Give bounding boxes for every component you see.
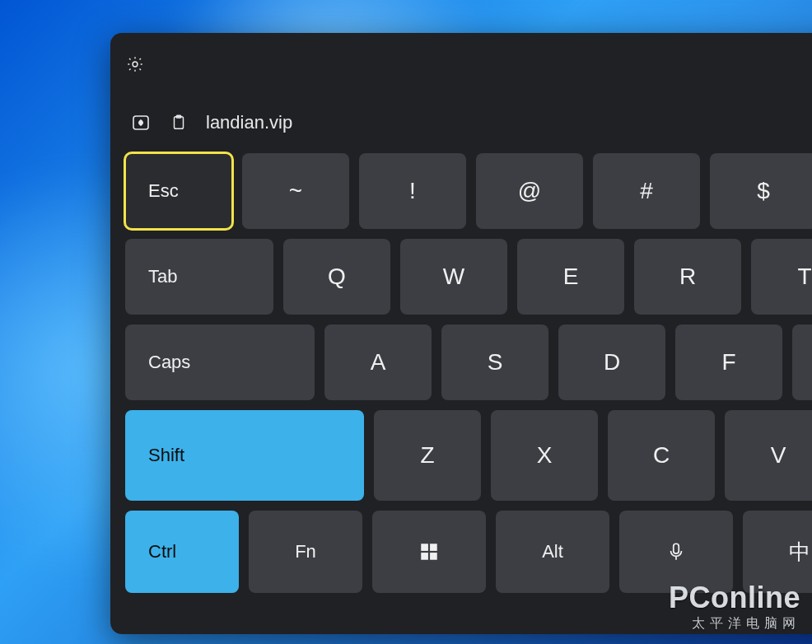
- keyboard-topbar: [125, 48, 812, 81]
- touch-keyboard-window: landian.vip Esc ~ ! @ # $ % Tab Q W E R …: [110, 33, 812, 634]
- key-row-3: Caps A S D F G: [125, 324, 812, 400]
- windows-icon: [418, 541, 440, 562]
- suggestion-url[interactable]: landian.vip: [206, 112, 292, 133]
- key-t[interactable]: T: [751, 239, 812, 315]
- key-esc[interactable]: Esc: [125, 153, 232, 229]
- svg-rect-4: [421, 544, 428, 551]
- key-r[interactable]: R: [634, 239, 741, 315]
- key-alt[interactable]: Alt: [496, 511, 609, 593]
- key-f[interactable]: F: [675, 324, 782, 400]
- key-ctrl[interactable]: Ctrl: [125, 511, 239, 593]
- key-z[interactable]: Z: [374, 410, 481, 501]
- svg-rect-2: [175, 117, 184, 129]
- key-row-5: Ctrl Fn Alt: [125, 511, 812, 593]
- key-tab[interactable]: Tab: [125, 239, 273, 315]
- key-hash[interactable]: #: [593, 153, 700, 229]
- key-s[interactable]: S: [441, 324, 548, 400]
- key-a[interactable]: A: [324, 324, 432, 400]
- key-c[interactable]: C: [608, 410, 715, 501]
- key-caps[interactable]: Caps: [125, 324, 315, 400]
- svg-point-0: [133, 62, 138, 67]
- key-shift[interactable]: Shift: [125, 410, 364, 501]
- key-g[interactable]: G: [792, 324, 812, 400]
- key-fn[interactable]: Fn: [249, 511, 362, 593]
- key-q[interactable]: Q: [283, 239, 390, 315]
- key-w[interactable]: W: [400, 239, 507, 315]
- key-row-4: Shift Z X C V: [125, 410, 812, 501]
- key-at[interactable]: @: [476, 153, 583, 229]
- svg-rect-5: [430, 544, 437, 551]
- key-d[interactable]: D: [558, 324, 665, 400]
- gif-icon[interactable]: [130, 112, 152, 133]
- key-exclamation[interactable]: !: [359, 153, 466, 229]
- keyboard-rows: Esc ~ ! @ # $ % Tab Q W E R T Caps A S D…: [125, 153, 812, 593]
- key-windows[interactable]: [372, 511, 486, 593]
- svg-rect-6: [421, 553, 428, 560]
- svg-rect-7: [430, 553, 437, 560]
- clipboard-icon[interactable]: [168, 112, 189, 133]
- key-row-2: Tab Q W E R T: [125, 239, 812, 315]
- svg-rect-8: [674, 544, 679, 553]
- suggestion-bar: landian.vip: [125, 105, 812, 140]
- key-mic[interactable]: [619, 511, 733, 593]
- key-e[interactable]: E: [517, 239, 624, 315]
- key-dollar[interactable]: $: [710, 153, 812, 229]
- mic-icon: [665, 541, 687, 562]
- key-ime[interactable]: 中: [743, 511, 812, 593]
- key-x[interactable]: X: [491, 410, 598, 501]
- key-v[interactable]: V: [725, 410, 812, 501]
- key-row-1: Esc ~ ! @ # $ %: [125, 153, 812, 229]
- key-tilde[interactable]: ~: [242, 153, 349, 229]
- gear-icon[interactable]: [125, 54, 145, 74]
